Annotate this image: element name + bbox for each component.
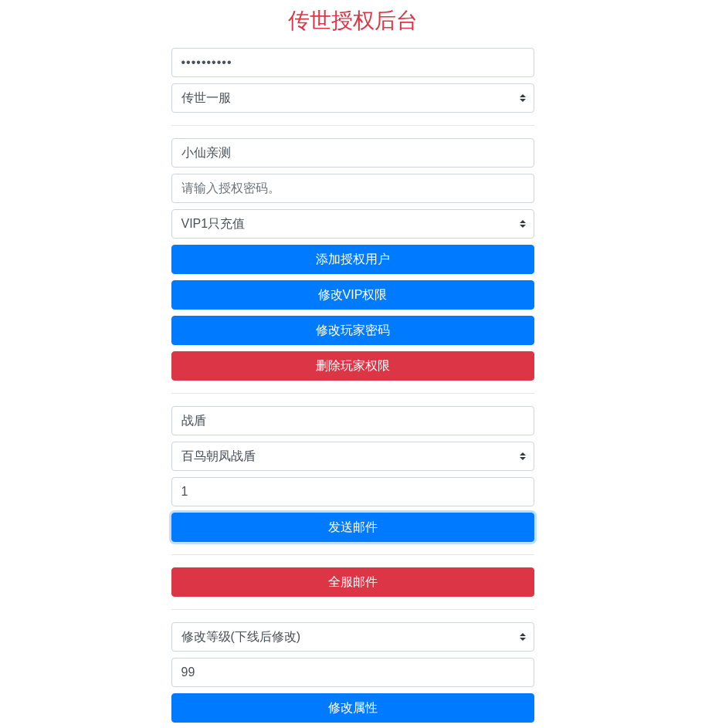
modify-vip-button[interactable]: 修改VIP权限 bbox=[171, 280, 534, 310]
divider bbox=[171, 393, 534, 394]
modify-attr-button[interactable]: 修改属性 bbox=[171, 693, 534, 723]
vip-level-select[interactable]: VIP1只充值 bbox=[171, 209, 534, 239]
attr-value-input[interactable] bbox=[171, 658, 534, 687]
modify-player-password-button[interactable]: 修改玩家密码 bbox=[171, 316, 534, 345]
mail-item-section: 百鸟朝凤战盾 发送邮件 bbox=[171, 406, 534, 542]
item-quantity-input[interactable] bbox=[171, 477, 534, 506]
send-mail-button[interactable]: 发送邮件 bbox=[171, 513, 534, 542]
item-name-input[interactable] bbox=[171, 406, 534, 435]
server-auth-section: 传世一服 bbox=[171, 48, 534, 113]
global-mail-button[interactable]: 全服邮件 bbox=[171, 567, 534, 597]
delete-player-button[interactable]: 删除玩家权限 bbox=[171, 351, 534, 381]
global-mail-section: 全服邮件 bbox=[171, 567, 534, 597]
item-select[interactable]: 百鸟朝凤战盾 bbox=[171, 442, 534, 471]
divider bbox=[171, 554, 534, 555]
username-input[interactable] bbox=[171, 138, 534, 168]
add-auth-user-button[interactable]: 添加授权用户 bbox=[171, 245, 534, 274]
auth-password-input[interactable] bbox=[171, 174, 534, 203]
admin-password-input[interactable] bbox=[171, 48, 534, 77]
divider bbox=[171, 125, 534, 126]
user-auth-section: VIP1只充值 添加授权用户 修改VIP权限 修改玩家密码 删除玩家权限 bbox=[171, 138, 534, 381]
modify-type-select[interactable]: 修改等级(下线后修改) bbox=[171, 622, 534, 652]
modify-attr-section: 修改等级(下线后修改) 修改属性 bbox=[171, 622, 534, 723]
divider bbox=[171, 609, 534, 610]
page-title: 传世授权后台 bbox=[171, 6, 534, 36]
server-select[interactable]: 传世一服 bbox=[171, 83, 534, 113]
